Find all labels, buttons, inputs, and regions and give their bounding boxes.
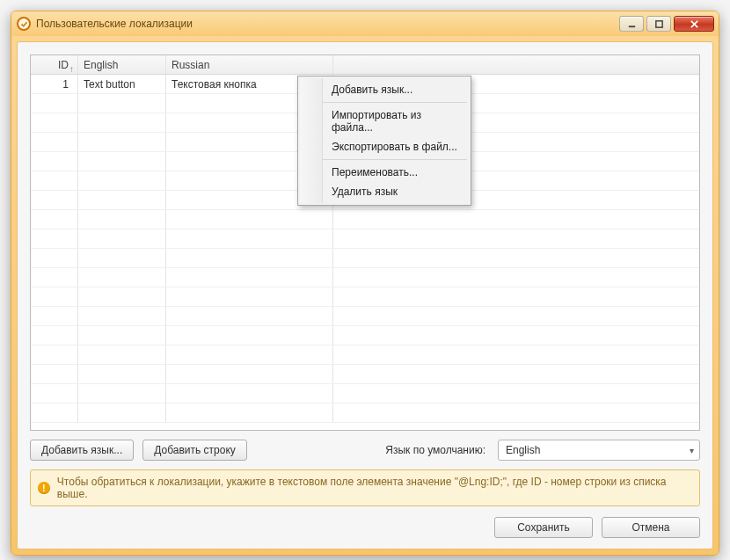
table-row-empty (31, 229, 699, 249)
warning-icon: ! (38, 482, 50, 494)
dialog-footer: Сохранить Отмена (30, 517, 700, 538)
table-row-empty (31, 210, 699, 229)
localization-grid[interactable]: ID ↑ English Russian 1Text buttonТекстов… (30, 55, 700, 431)
cancel-button[interactable]: Отмена (602, 517, 700, 538)
table-row-empty (31, 307, 699, 326)
col-header-spacer (333, 55, 699, 74)
table-row-empty (31, 326, 699, 345)
menu-item[interactable]: Импортировать из файла... (323, 105, 469, 137)
col-header-id-label: ID (58, 59, 69, 71)
close-button[interactable] (674, 16, 714, 32)
app-icon (17, 17, 31, 31)
menu-item[interactable]: Экспортировать в файл... (323, 137, 469, 156)
svg-rect-1 (655, 20, 661, 26)
minimize-button[interactable] (619, 16, 644, 32)
menu-item[interactable]: Добавить язык... (323, 80, 469, 99)
hint-bar: ! Чтобы обратиться к локализации, укажит… (30, 469, 700, 506)
col-header-english[interactable]: English (78, 55, 166, 74)
cell-id: 1 (31, 75, 78, 93)
chevron-down-icon: ▾ (690, 446, 694, 455)
col-header-id[interactable]: ID ↑ (31, 55, 78, 74)
titlebar[interactable]: Пользовательские локализации (11, 11, 719, 36)
table-row-empty (31, 287, 699, 307)
default-language-select[interactable]: English ▾ (498, 440, 700, 461)
table-row-empty (31, 404, 699, 423)
menu-gutter (300, 78, 323, 203)
window-buttons (619, 16, 717, 32)
table-row-empty (31, 268, 699, 287)
add-row-button[interactable]: Добавить строку (142, 440, 247, 461)
menu-item[interactable]: Удалить язык (323, 182, 469, 201)
sort-asc-icon: ↑ (69, 60, 74, 74)
default-language-label: Язык по умолчанию: (385, 444, 485, 456)
dialog-window: Пользовательские локализации ID ↑ Englis… (11, 11, 719, 556)
svg-rect-0 (628, 25, 634, 27)
save-button[interactable]: Сохранить (494, 517, 593, 538)
column-context-menu: Добавить язык...Импортировать из файла..… (297, 76, 471, 206)
client-area: ID ↑ English Russian 1Text buttonТекстов… (17, 41, 713, 549)
grid-toolbar: Добавить язык... Добавить строку Язык по… (30, 440, 700, 461)
menu-items: Добавить язык...Импортировать из файла..… (323, 78, 469, 203)
table-row-empty (31, 345, 699, 365)
menu-separator (323, 102, 467, 103)
window-title: Пользовательские локализации (36, 18, 619, 30)
table-row-empty (31, 384, 699, 404)
menu-separator (323, 159, 467, 160)
grid-header: ID ↑ English Russian (31, 55, 699, 75)
cell-english[interactable]: Text button (78, 75, 166, 93)
menu-item[interactable]: Переименовать... (323, 163, 469, 182)
hint-text: Чтобы обратиться к локализации, укажите … (57, 476, 692, 500)
maximize-button[interactable] (646, 16, 671, 32)
table-row-empty (31, 365, 699, 384)
table-row-empty (31, 249, 699, 268)
default-language-value: English (506, 444, 540, 456)
col-header-russian[interactable]: Russian (166, 55, 333, 74)
add-language-button[interactable]: Добавить язык... (30, 440, 134, 461)
